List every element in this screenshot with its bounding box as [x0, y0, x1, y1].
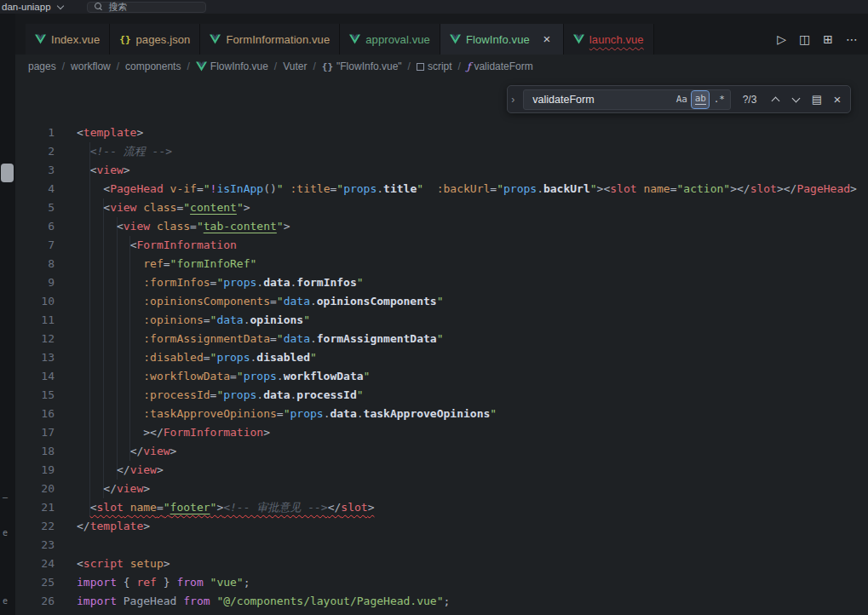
code-line: <script setup>: [77, 555, 868, 573]
line-number: 1: [15, 124, 55, 142]
next-match-button[interactable]: [789, 90, 804, 109]
editor-group: Index.vue{}pages.jsonFormInformation.vue…: [15, 14, 868, 615]
sidebar-fragment: e: [3, 528, 8, 537]
breadcrumb-item-workflow[interactable]: workflow: [71, 60, 111, 72]
code-line: <view class="tab-content">: [77, 217, 868, 236]
tab-label: approval.vue: [365, 33, 430, 46]
code-line: <template>: [77, 124, 868, 142]
editor-actions: ▷◫⊞⋯: [767, 24, 868, 55]
collapsed-sidebar[interactable]: –ee: [0, 14, 15, 615]
breadcrumb-separator: /: [62, 60, 65, 72]
breadcrumb: pages/workflow/components/FlowInfo.vue/V…: [15, 55, 868, 78]
titlebar: dan-uniapp 搜索: [0, 0, 868, 14]
breadcrumb-item-validateForm[interactable]: ƒvalidateForm: [467, 60, 533, 72]
breadcrumb-label: components: [125, 60, 181, 72]
breadcrumb-item-pages[interactable]: pages: [28, 60, 56, 72]
close-tab-icon[interactable]: ×: [540, 33, 554, 45]
line-number: 8: [15, 255, 55, 273]
line-number: 6: [15, 217, 55, 236]
code-line: :opinions="data.opinions": [77, 311, 868, 330]
run-button[interactable]: ▷: [777, 32, 786, 46]
tab-label: FlowInfo.vue: [466, 33, 530, 46]
find-widget: › Aaab.* ?/3 ▤ ×: [507, 85, 851, 113]
breadcrumb-separator: /: [458, 60, 461, 72]
line-number: 24: [15, 555, 55, 573]
customize-layout-button[interactable]: ⊞: [823, 32, 833, 46]
breadcrumb-separator: /: [187, 60, 189, 72]
line-number: 25: [15, 573, 55, 592]
tab-launch.vue[interactable]: launch.vue: [564, 24, 654, 55]
gutter: 1234567891011121314151617181920212223242…: [15, 124, 55, 611]
tab-label: Index.vue: [51, 33, 100, 46]
breadcrumb-separator: /: [117, 60, 119, 72]
search-icon: [95, 3, 103, 11]
code-line: [77, 536, 868, 555]
find-options: Aaab.*: [673, 91, 727, 108]
tab-approval.vue[interactable]: approval.vue: [340, 24, 440, 55]
breadcrumb-separator: /: [274, 60, 277, 72]
function-symbol-icon: ƒ: [467, 60, 470, 72]
breadcrumb-item-components[interactable]: components: [125, 60, 181, 72]
line-number: 3: [15, 161, 55, 180]
line-number: 26: [15, 592, 55, 611]
code-line: </template>: [77, 517, 868, 536]
close-find-icon[interactable]: ×: [830, 90, 845, 109]
vue-icon: [450, 34, 461, 44]
code-line: :formAssignmentData="data.formAssignment…: [77, 330, 868, 348]
tab-pages.json[interactable]: {}pages.json: [110, 24, 200, 55]
toggle-replace-icon[interactable]: ›: [508, 86, 518, 112]
vue-icon: [35, 34, 46, 44]
tabs: Index.vue{}pages.jsonFormInformation.vue…: [26, 24, 654, 55]
line-number: 10: [15, 292, 55, 311]
tab-FormInformation.vue[interactable]: FormInformation.vue: [200, 24, 340, 55]
line-number: 23: [15, 536, 55, 555]
workspace-name[interactable]: dan-uniapp: [2, 2, 51, 12]
line-number: 5: [15, 198, 55, 217]
breadcrumb-item-FlowInfo.vue[interactable]: {}"FlowInfo.vue": [322, 60, 402, 72]
code-line: <!-- 流程 -->: [77, 142, 868, 161]
breadcrumb-separator: /: [313, 60, 315, 72]
vue-icon: [349, 34, 360, 44]
line-number: 7: [15, 236, 55, 255]
find-in-selection-button[interactable]: ▤: [809, 90, 825, 109]
tab-bar: Index.vue{}pages.jsonFormInformation.vue…: [15, 14, 868, 55]
whole-word-toggle[interactable]: ab: [692, 91, 709, 108]
breadcrumb-label: validateForm: [474, 60, 532, 72]
split-editor-button[interactable]: ◫: [799, 32, 810, 46]
code-line: <view>: [77, 161, 868, 180]
breadcrumb-item-Vuter[interactable]: Vuter: [283, 60, 307, 72]
code-line: <PageHead v-if="!isInApp()" :title="prop…: [77, 180, 868, 198]
code-line: </view>: [77, 461, 868, 480]
regex-toggle[interactable]: .*: [710, 91, 727, 108]
match-case-toggle[interactable]: Aa: [673, 91, 690, 108]
code-line: :workflowData="props.workflowData": [77, 367, 868, 386]
sidebar-fragment: e: [3, 596, 8, 606]
tab-Index.vue[interactable]: Index.vue: [26, 24, 110, 55]
breadcrumb-label: Vuter: [283, 60, 307, 72]
module-symbol-icon: [417, 63, 424, 71]
code-line: </view>: [77, 442, 868, 461]
code-line: <view class="content">: [77, 198, 868, 217]
line-number: 20: [15, 480, 55, 498]
breadcrumb-label: workflow: [71, 60, 111, 72]
code-lines[interactable]: <template> <!-- 流程 --> <view> <PageHead …: [77, 124, 868, 611]
breadcrumb-item-FlowInfo.vue[interactable]: FlowInfo.vue: [196, 60, 268, 72]
find-input-box[interactable]: Aaab.*: [523, 89, 731, 110]
more-actions-button[interactable]: ⋯: [846, 32, 858, 46]
previous-match-button[interactable]: [768, 90, 784, 109]
chevron-down-icon: [56, 2, 63, 9]
editor[interactable]: 1234567891011121314151617181920212223242…: [15, 78, 868, 615]
code-line: :formInfos="props.data.formInfos": [77, 273, 868, 292]
command-center-search[interactable]: 搜索: [87, 2, 206, 13]
code-line: </view>: [77, 480, 868, 498]
line-number: 9: [15, 273, 55, 292]
sidebar-fragment: –: [3, 492, 8, 502]
breadcrumb-label: FlowInfo.vue: [210, 60, 268, 72]
line-number: 17: [15, 423, 55, 442]
tab-FlowInfo.vue[interactable]: FlowInfo.vue×: [440, 24, 564, 55]
code-line: ref="formInfoRef": [77, 255, 868, 273]
breadcrumb-item-script[interactable]: script: [417, 60, 452, 72]
vue-icon: [573, 34, 584, 44]
code-line: ></FormInformation>: [77, 423, 868, 442]
find-query-input[interactable]: [531, 93, 671, 106]
